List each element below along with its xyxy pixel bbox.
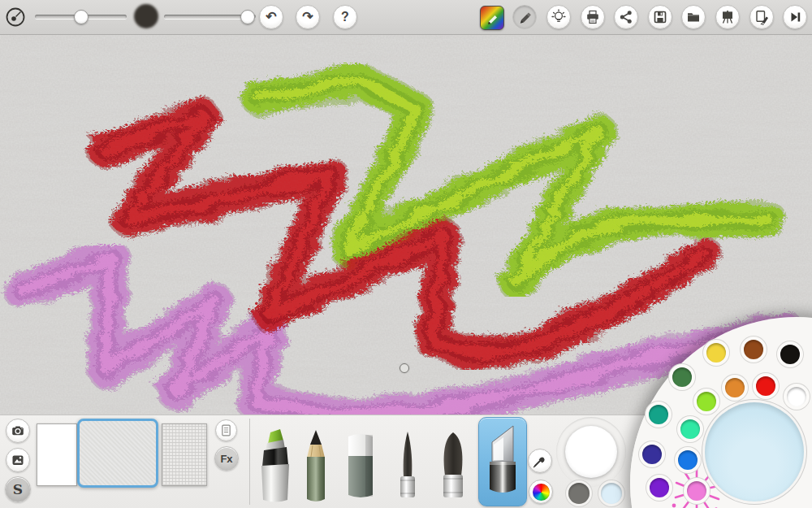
palette-well-yellow[interactable] <box>706 343 726 363</box>
app-logo: S <box>13 481 23 497</box>
tool-eraser[interactable] <box>342 430 379 506</box>
question-icon: ? <box>341 11 349 24</box>
palette-well-white[interactable] <box>787 387 806 406</box>
redo-button[interactable]: ↷ <box>296 5 320 29</box>
easel-icon <box>719 9 736 25</box>
help-button[interactable]: ? <box>333 5 357 29</box>
gallery-button[interactable] <box>681 5 706 29</box>
camera-icon <box>10 423 26 439</box>
pencil-icon <box>516 9 533 25</box>
folder-icon <box>685 9 702 25</box>
paper-option-sketch[interactable] <box>77 419 158 488</box>
marker-icon <box>256 428 295 505</box>
ideas-button[interactable] <box>546 5 571 29</box>
camera-button[interactable] <box>6 419 30 443</box>
palette-well-violet[interactable] <box>650 478 669 497</box>
brush-size-slider[interactable] <box>35 15 127 19</box>
paint-app-window: ↶ ↷ ? <box>0 0 812 508</box>
easel-button[interactable] <box>715 5 740 29</box>
share-icon <box>618 9 634 25</box>
tool-flat-brush[interactable] <box>478 417 527 506</box>
tool-pencil[interactable] <box>297 428 335 508</box>
new-page-button[interactable] <box>749 5 774 29</box>
current-color-swatch[interactable] <box>565 426 617 478</box>
page-settings-button[interactable] <box>215 419 237 441</box>
eyedropper-icon <box>532 453 548 469</box>
paper-option-canvas[interactable] <box>162 423 207 486</box>
brush-opacity-thumb[interactable] <box>240 10 255 24</box>
liner-brush-icon <box>390 428 425 505</box>
skip-end-icon <box>787 9 803 25</box>
print-button[interactable] <box>581 5 605 29</box>
flat-brush-icon <box>479 418 526 506</box>
app-menu-button[interactable]: S <box>5 476 31 502</box>
swatch-lightblue[interactable] <box>601 483 622 504</box>
palette-well-black[interactable] <box>780 345 800 364</box>
color-wheel-button[interactable] <box>529 480 553 504</box>
brush-size-dial-icon[interactable] <box>5 7 26 28</box>
palette-well-orange[interactable] <box>725 378 745 397</box>
eyedropper-button[interactable] <box>528 449 552 473</box>
lightbulb-icon <box>551 9 567 25</box>
brush-preview-dot <box>134 4 158 28</box>
palette-well-red[interactable] <box>756 376 775 396</box>
pencil-overlay-icon <box>484 10 500 26</box>
toolbar-divider <box>249 419 250 505</box>
palette-well-brown[interactable] <box>744 340 763 359</box>
photo-icon <box>10 452 26 468</box>
palette-well-blue[interactable] <box>678 450 698 470</box>
tool-marker[interactable] <box>256 428 295 508</box>
undo-icon: ↶ <box>266 11 276 24</box>
round-brush-icon <box>434 428 473 505</box>
fx-button[interactable]: Fx <box>214 446 239 471</box>
undo-button[interactable]: ↶ <box>259 5 283 29</box>
document-icon <box>219 423 233 437</box>
fx-label: Fx <box>220 453 232 465</box>
printer-icon <box>585 9 601 25</box>
paper-option-white[interactable] <box>37 423 77 486</box>
palette-mixing-area[interactable] <box>705 402 804 501</box>
import-image-button[interactable] <box>6 448 30 472</box>
brush-opacity-slider[interactable] <box>164 15 256 19</box>
save-button[interactable] <box>648 5 672 29</box>
color-wheel-icon <box>533 484 550 501</box>
share-button[interactable] <box>614 5 638 29</box>
redo-icon: ↷ <box>302 11 313 24</box>
current-color-ring <box>556 417 626 487</box>
draw-mode-button[interactable] <box>512 5 537 29</box>
next-page-button[interactable] <box>783 5 807 29</box>
color-editor-button[interactable] <box>480 6 504 30</box>
top-toolbar: ↶ ↷ ? <box>0 0 812 35</box>
palette-well-chartreuse[interactable] <box>697 392 716 411</box>
palette-well-indigo[interactable] <box>642 445 662 464</box>
brush-size-thumb[interactable] <box>74 10 89 24</box>
palette-well-spring-green[interactable] <box>680 419 700 439</box>
palette-well-pink[interactable] <box>687 481 706 501</box>
tool-liner-brush[interactable] <box>390 428 425 508</box>
page-brush-icon <box>754 9 770 25</box>
eraser-icon <box>342 430 379 503</box>
brush-cursor <box>400 363 409 373</box>
palette-well-forest-green[interactable] <box>672 367 692 387</box>
palette-well-teal[interactable] <box>649 405 668 424</box>
tool-round-brush[interactable] <box>434 428 473 508</box>
save-icon <box>652 9 668 25</box>
swatch-gray[interactable] <box>568 483 590 504</box>
pencil-tool-icon <box>297 428 335 505</box>
